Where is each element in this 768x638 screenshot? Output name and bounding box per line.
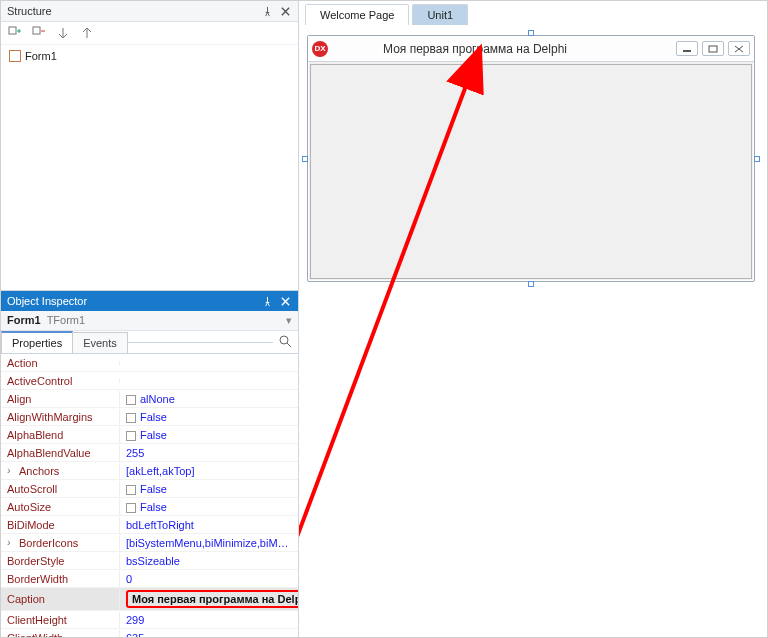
inspector-tabs: Properties Events: [1, 331, 298, 354]
prop-row-alphablend[interactable]: AlphaBlendFalse: [1, 426, 298, 444]
property-grid[interactable]: ActionActiveControlAlignalNoneAlignWithM…: [1, 354, 298, 637]
prop-key: BorderStyle: [1, 553, 119, 569]
tool-icon-2[interactable]: [31, 25, 47, 41]
pin-icon[interactable]: [260, 4, 274, 18]
tree-item-form1[interactable]: Form1: [7, 49, 292, 63]
prop-value[interactable]: alNone: [119, 391, 298, 407]
prop-key: BiDiMode: [1, 517, 119, 533]
instance-name: Form1: [7, 314, 41, 327]
prop-value[interactable]: False: [119, 427, 298, 443]
prop-row-action[interactable]: Action: [1, 354, 298, 372]
inspector-title: Object Inspector: [7, 295, 87, 307]
prop-key: ClientWidth: [1, 630, 119, 638]
instance-selector[interactable]: Form1 TForm1 ▾: [1, 311, 298, 331]
prop-value[interactable]: False: [119, 409, 298, 425]
prop-row-clientwidth[interactable]: ClientWidth635: [1, 629, 298, 637]
align-icon: [126, 395, 136, 405]
prop-row-autoscroll[interactable]: AutoScrollFalse: [1, 480, 298, 498]
close-icon[interactable]: [278, 294, 292, 308]
resize-handle-e[interactable]: [754, 156, 760, 162]
prop-value[interactable]: 255: [119, 445, 298, 461]
tool-icon-3[interactable]: [55, 25, 71, 41]
prop-key: AutoSize: [1, 499, 119, 515]
prop-row-alignwithmargins[interactable]: AlignWithMarginsFalse: [1, 408, 298, 426]
document-tabs: Welcome Page Unit1: [299, 1, 767, 25]
prop-key: Anchors: [1, 463, 119, 479]
tree-item-label: Form1: [25, 50, 57, 62]
prop-key: Align: [1, 391, 119, 407]
prop-value[interactable]: 299: [119, 612, 298, 628]
prop-row-clientheight[interactable]: ClientHeight299: [1, 611, 298, 629]
structure-header: Structure: [1, 1, 298, 22]
search-icon[interactable]: [279, 335, 292, 350]
chevron-down-icon[interactable]: ▾: [286, 314, 292, 327]
prop-key: AutoScroll: [1, 481, 119, 497]
prop-row-caption[interactable]: CaptionМоя первая программа на Delphi: [1, 588, 298, 611]
svg-point-2: [280, 336, 288, 344]
resize-handle-w[interactable]: [302, 156, 308, 162]
tab-unit1[interactable]: Unit1: [412, 4, 468, 25]
prop-key: AlphaBlend: [1, 427, 119, 443]
checkbox-icon[interactable]: [126, 485, 136, 495]
prop-value[interactable]: bdLeftToRight: [119, 517, 298, 533]
instance-type: TForm1: [47, 314, 86, 327]
tool-icon-1[interactable]: [7, 25, 23, 41]
pin-icon[interactable]: [260, 294, 274, 308]
checkbox-icon[interactable]: [126, 413, 136, 423]
prop-value[interactable]: False: [119, 481, 298, 497]
tool-icon-4[interactable]: [79, 25, 95, 41]
right-column: Welcome Page Unit1 DX Моя первая програм…: [299, 1, 767, 637]
inspector-header: Object Inspector: [1, 291, 298, 311]
structure-tree[interactable]: Form1: [1, 45, 298, 290]
prop-value[interactable]: False: [119, 499, 298, 515]
structure-pane: Structure Form1: [1, 1, 298, 291]
prop-value[interactable]: [119, 379, 298, 383]
prop-value[interactable]: 635: [119, 630, 298, 638]
resize-handle-n[interactable]: [528, 30, 534, 36]
prop-value[interactable]: bsSizeable: [119, 553, 298, 569]
left-column: Structure Form1: [1, 1, 299, 637]
prop-row-activecontrol[interactable]: ActiveControl: [1, 372, 298, 390]
form-designer-surface[interactable]: DX Моя первая программа на Delphi: [299, 25, 767, 637]
svg-rect-0: [9, 27, 16, 34]
prop-row-align[interactable]: AlignalNone: [1, 390, 298, 408]
close-icon[interactable]: [278, 4, 292, 18]
prop-key: ClientHeight: [1, 612, 119, 628]
prop-row-alphablendvalue[interactable]: AlphaBlendValue255: [1, 444, 298, 462]
prop-key: Caption: [1, 591, 119, 607]
tab-properties[interactable]: Properties: [1, 331, 73, 353]
checkbox-icon[interactable]: [126, 431, 136, 441]
prop-key: AlignWithMargins: [1, 409, 119, 425]
tab-events[interactable]: Events: [72, 332, 128, 353]
prop-row-anchors[interactable]: Anchors[akLeft,akTop]: [1, 462, 298, 480]
resize-handle-s[interactable]: [528, 281, 534, 287]
ide-root: Structure Form1: [0, 0, 768, 638]
prop-row-bidimode[interactable]: BiDiModebdLeftToRight: [1, 516, 298, 534]
object-inspector-pane: Object Inspector Form1 TForm1 ▾ Properti…: [1, 291, 298, 637]
prop-value[interactable]: Моя первая программа на Delphi: [119, 588, 298, 610]
prop-key: BorderWidth: [1, 571, 119, 587]
prop-row-borderstyle[interactable]: BorderStylebsSizeable: [1, 552, 298, 570]
prop-value[interactable]: [akLeft,akTop]: [119, 463, 298, 479]
caption-edit-highlight[interactable]: Моя первая программа на Delphi: [126, 590, 298, 608]
structure-title: Structure: [7, 5, 52, 17]
prop-row-borderwidth[interactable]: BorderWidth0: [1, 570, 298, 588]
prop-value[interactable]: 0: [119, 571, 298, 587]
prop-value[interactable]: [biSystemMenu,biMinimize,biMaximize]: [119, 535, 298, 551]
checkbox-icon[interactable]: [126, 503, 136, 513]
structure-toolbar: [1, 22, 298, 45]
form-icon: [9, 50, 21, 62]
prop-row-bordericons[interactable]: BorderIcons[biSystemMenu,biMinimize,biMa…: [1, 534, 298, 552]
svg-rect-1: [33, 27, 40, 34]
prop-value[interactable]: [119, 361, 298, 365]
prop-key: BorderIcons: [1, 535, 119, 551]
prop-key: Action: [1, 355, 119, 371]
prop-key: ActiveControl: [1, 373, 119, 389]
prop-key: AlphaBlendValue: [1, 445, 119, 461]
prop-row-autosize[interactable]: AutoSizeFalse: [1, 498, 298, 516]
selection-outline: [305, 33, 757, 284]
tab-welcome-page[interactable]: Welcome Page: [305, 4, 409, 25]
